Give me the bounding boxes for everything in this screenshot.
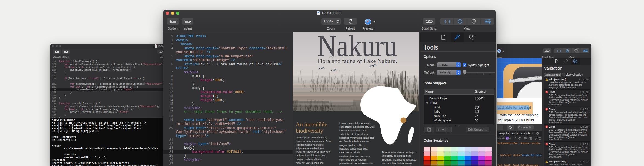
svg-text:i: i <box>473 20 474 23</box>
svg-text:Flora and fauna of Lake Nakuru: Flora and fauna of Lake Nakuru. <box>317 58 397 64</box>
svg-text:i: i <box>575 50 576 52</box>
svg-text:{ }: { } <box>557 50 561 53</box>
svg-text:{ }: { } <box>444 20 451 24</box>
